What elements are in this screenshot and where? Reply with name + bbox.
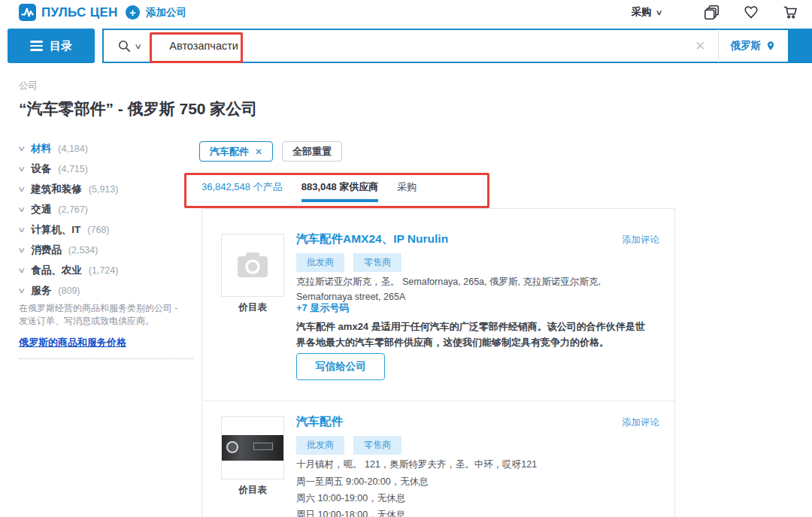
compare-icon[interactable] (704, 4, 720, 20)
cart-icon[interactable] (782, 4, 798, 20)
hours-sunday: 周日 10:00-18:00，无休息 (296, 506, 429, 517)
location-pin-icon (765, 40, 776, 52)
search-bar: ∨ ✕ 俄罗斯 (102, 29, 812, 63)
badge-wholesaler: 批发商 (296, 253, 344, 272)
tab-procurement[interactable]: 采购 (397, 180, 417, 194)
add-review-link[interactable]: 添加评论 (622, 234, 659, 246)
company-badges: 批发商 零售商 (296, 436, 401, 455)
logo-text: ПУЛЬС ЦЕН (41, 5, 118, 20)
hamburger-icon (30, 41, 43, 51)
category-count: (809) (58, 286, 80, 296)
working-hours: 周一至周五 9:00-20:00，无休息 周六 10:00-19:00，无休息 … (296, 473, 429, 517)
sidebar-item-computers-it[interactable]: ∨ 计算机、IT (768) (19, 223, 193, 243)
filter-chips: 汽车配件 ✕ 全部重置 (199, 141, 342, 162)
badge-wholesaler: 批发商 (296, 436, 344, 455)
chevron-down-icon: ∨ (17, 246, 26, 254)
company-name-link[interactable]: 汽车配件AMX24、IP Nurulin (296, 231, 448, 247)
sidebar-item-equipment[interactable]: ∨ 设备 (4,715) (19, 162, 193, 183)
category-label: 交通 (31, 203, 51, 216)
category-count: (4,184) (58, 144, 88, 154)
price-list-label[interactable]: 价目表 (221, 484, 284, 497)
reset-all-button[interactable]: 全部重置 (282, 141, 342, 162)
favorites-heart-icon[interactable] (743, 4, 759, 20)
procurement-menu[interactable]: 采购 ∨ (632, 5, 662, 19)
region-selector[interactable]: 俄罗斯 (719, 39, 789, 53)
chevron-down-icon: ∨ (17, 165, 26, 173)
chevron-down-icon: ∨ (134, 42, 142, 50)
company-results-list: 价目表 汽车配件AMX24、IP Nurulin 添加评论 批发商 零售商 克拉… (201, 208, 675, 517)
chevron-down-icon: ∨ (17, 144, 26, 153)
top-bar: ПУЛЬС ЦЕН + 添加公司 采购 ∨ (0, 0, 812, 27)
category-count: (2,534) (68, 245, 98, 255)
sidebar-item-consumer-goods[interactable]: ∨ 消费品 (2,534) (19, 243, 193, 264)
add-company-label: 添加公司 (146, 6, 186, 20)
logo[interactable]: ПУЛЬС ЦЕН (19, 4, 118, 21)
sidebar-prices-link[interactable]: 俄罗斯的商品和服务价格 (19, 336, 126, 349)
category-label: 服务 (31, 284, 51, 298)
chevron-down-icon: ∨ (17, 266, 26, 274)
search-icon (117, 39, 132, 53)
category-label: 材料 (31, 142, 51, 156)
camera-placeholder-icon (236, 251, 269, 280)
sidebar-item-food-agriculture[interactable]: ∨ 食品、农业 (1,724) (19, 264, 193, 284)
sidebar-item-construction[interactable]: ∨ 建筑和装修 (5,913) (19, 183, 193, 203)
divider (19, 358, 193, 359)
header-actions: 采购 ∨ (632, 4, 798, 20)
tab-suppliers[interactable]: 883,048 家供应商 (301, 180, 379, 194)
chip-label: 汽车配件 (210, 145, 249, 159)
price-list-label[interactable]: 价目表 (221, 301, 284, 314)
company-photo-image (222, 435, 283, 461)
category-label: 建筑和装修 (31, 183, 82, 196)
company-card: 价目表 汽车配件AMX24、IP Nurulin 添加评论 批发商 零售商 克拉… (202, 209, 674, 401)
add-review-link[interactable]: 添加评论 (622, 416, 659, 429)
filter-chip-auto-parts[interactable]: 汽车配件 ✕ (199, 141, 273, 162)
clear-search-icon[interactable]: ✕ (683, 38, 717, 54)
company-address: 十月镇村，呃。 121，奥斯特罗夫齐，圣。中环，哎呀121 (296, 457, 641, 472)
plus-icon: + (126, 5, 140, 20)
category-label: 计算机、IT (31, 223, 80, 237)
company-photo[interactable] (221, 416, 284, 479)
chevron-down-icon: ∨ (17, 205, 26, 213)
procurement-label: 采购 (632, 5, 652, 19)
add-company-button[interactable]: + 添加公司 (126, 5, 186, 20)
show-phone-link[interactable]: +7 显示号码 (296, 301, 349, 315)
category-count: (768) (87, 225, 109, 235)
remove-filter-icon[interactable]: ✕ (255, 147, 262, 157)
pulse-logo-icon (19, 4, 36, 21)
catalog-button[interactable]: 目录 (8, 29, 95, 63)
category-count: (4,715) (58, 164, 88, 174)
badge-retailer: 零售商 (353, 253, 401, 272)
sidebar-note: 在俄罗斯经营的商品和服务类别的公司 - 发送订单、写消息或致电供应商。 (19, 302, 181, 328)
category-label: 消费品 (31, 243, 62, 257)
hours-weekdays: 周一至周五 9:00-20:00，无休息 (296, 473, 429, 490)
company-photo-placeholder[interactable] (221, 234, 284, 297)
category-count: (5,913) (89, 184, 119, 195)
divider (202, 401, 674, 401)
search-input[interactable] (151, 40, 683, 52)
search-type-selector[interactable]: ∨ (104, 39, 151, 53)
category-label: 食品、农业 (31, 264, 82, 277)
search-submit-button[interactable] (788, 30, 810, 62)
reset-label: 全部重置 (292, 145, 332, 159)
company-description: 汽车配件 amx24 是适用于任何汽车的广泛零部件经销商。该公司的合作伙伴是世界… (296, 319, 650, 350)
chevron-down-icon: ∨ (655, 8, 662, 17)
company-name-link[interactable]: 汽车配件 (296, 414, 343, 430)
result-tabs: 36,842,548 个产品 883,048 家供应商 采购 (201, 180, 417, 194)
category-count: (2,767) (58, 204, 88, 215)
category-sidebar: ∨ 材料 (4,184) ∨ 设备 (4,715) ∨ 建筑和装修 (5,913… (19, 142, 193, 304)
sidebar-item-transport[interactable]: ∨ 交通 (2,767) (19, 203, 193, 223)
tab-products[interactable]: 36,842,548 个产品 (201, 180, 283, 194)
category-count: (1,724) (89, 265, 119, 276)
region-label: 俄罗斯 (731, 39, 762, 53)
page: ПУЛЬС ЦЕН + 添加公司 采购 ∨ 目录 (0, 0, 812, 517)
sidebar-item-materials[interactable]: ∨ 材料 (4,184) (19, 142, 193, 162)
breadcrumb[interactable]: 公司 (19, 80, 38, 92)
hours-saturday: 周六 10:00-19:00，无休息 (296, 490, 429, 506)
chevron-down-icon: ∨ (17, 225, 26, 234)
chevron-down-icon: ∨ (17, 286, 26, 295)
write-to-company-button[interactable]: 写信给公司 (296, 353, 385, 380)
category-label: 设备 (31, 162, 51, 176)
company-badges: 批发商 零售商 (296, 253, 401, 272)
sidebar-item-services[interactable]: ∨ 服务 (809) (19, 284, 193, 304)
badge-retailer: 零售商 (353, 436, 401, 455)
